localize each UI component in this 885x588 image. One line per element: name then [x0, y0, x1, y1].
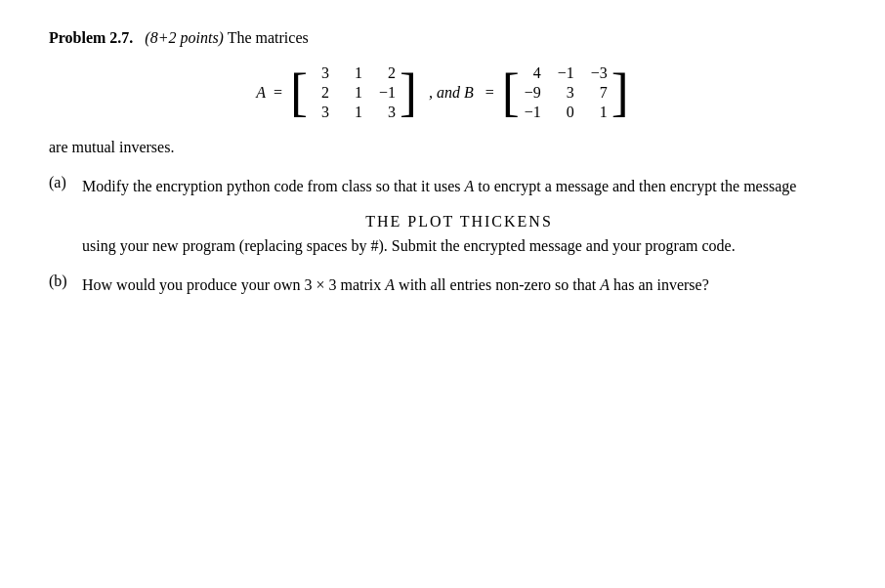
part-a-content: Modify the encryption python code from c…	[82, 174, 836, 259]
matrix-b-bracket-left: [	[502, 66, 520, 119]
matrix-a-cell: −1	[378, 84, 396, 102]
matrix-b-cell: −9	[524, 84, 541, 102]
equals-sign-b: =	[485, 84, 494, 102]
part-b-label: (b)	[49, 273, 78, 290]
matrix-a-cell: 1	[345, 104, 362, 121]
matrix-b-cell: −1	[524, 104, 541, 121]
and-separator: , and B	[429, 84, 474, 102]
matrix-a-cell: 2	[378, 64, 396, 82]
part-a-label: (a)	[49, 174, 78, 191]
var-a-3: A	[600, 276, 610, 293]
part-a-text: Modify the encryption python code from c…	[82, 174, 836, 199]
var-a-1: A	[464, 178, 474, 194]
matrix-b-cell: −1	[557, 64, 574, 82]
matrix-b-grid: 4 −1 −3 −9 3 7 −1 0 1	[524, 64, 608, 121]
parts-container: (a) Modify the encryption python code fr…	[49, 174, 836, 297]
problem-number: Problem 2.7.	[49, 29, 133, 46]
matrix-a-cell: 1	[345, 64, 362, 82]
problem-container: Problem 2.7. (8+2 points) The matrices A…	[49, 29, 836, 297]
matrix-a-grid: 3 1 2 2 1 −1 3 1 3	[312, 64, 396, 121]
var-a-2: A	[385, 276, 395, 293]
equals-sign-a: =	[274, 84, 282, 102]
matrix-b-cell: 3	[557, 84, 574, 102]
problem-intro: The matrices	[228, 29, 309, 46]
matrix-a-cell: 3	[312, 104, 329, 121]
part-b-text: How would you produce your own 3 × 3 mat…	[82, 273, 836, 298]
problem-header: Problem 2.7. (8+2 points) The matrices	[49, 29, 836, 47]
matrices-display: A = [ 3 1 2 2 1 −1 3 1 3 ] , and B = [ 4	[49, 64, 836, 121]
matrix-b-cell: −3	[590, 64, 608, 82]
part-b-content: How would you produce your own 3 × 3 mat…	[82, 273, 836, 298]
matrix-a-cell: 1	[345, 84, 362, 102]
matrix-b-cell: 0	[557, 104, 574, 121]
matrix-a-cell: 3	[378, 104, 396, 121]
matrix-a: [ 3 1 2 2 1 −1 3 1 3 ]	[290, 64, 417, 121]
matrix-b-cell: 4	[524, 64, 541, 82]
matrix-b-cell: 7	[590, 84, 608, 102]
matrix-a-label: A	[256, 84, 266, 102]
problem-points: (8+2 points)	[145, 29, 224, 46]
matrix-b-cell: 1	[590, 104, 608, 121]
centered-message: THE PLOT THICKENS	[82, 209, 836, 234]
matrix-a-cell: 3	[312, 64, 329, 82]
are-mutual-text: are mutual inverses.	[49, 139, 836, 156]
matrix-a-bracket-right: ]	[400, 66, 417, 119]
part-a: (a) Modify the encryption python code fr…	[49, 174, 836, 259]
part-a-text2: using your new program (replacing spaces…	[82, 233, 836, 259]
part-b: (b) How would you produce your own 3 × 3…	[49, 273, 836, 298]
matrix-a-cell: 2	[312, 84, 329, 102]
matrix-b: [ 4 −1 −3 −9 3 7 −1 0 1 ]	[502, 64, 629, 121]
matrix-a-bracket-left: [	[290, 66, 308, 119]
matrix-b-bracket-right: ]	[611, 66, 629, 119]
